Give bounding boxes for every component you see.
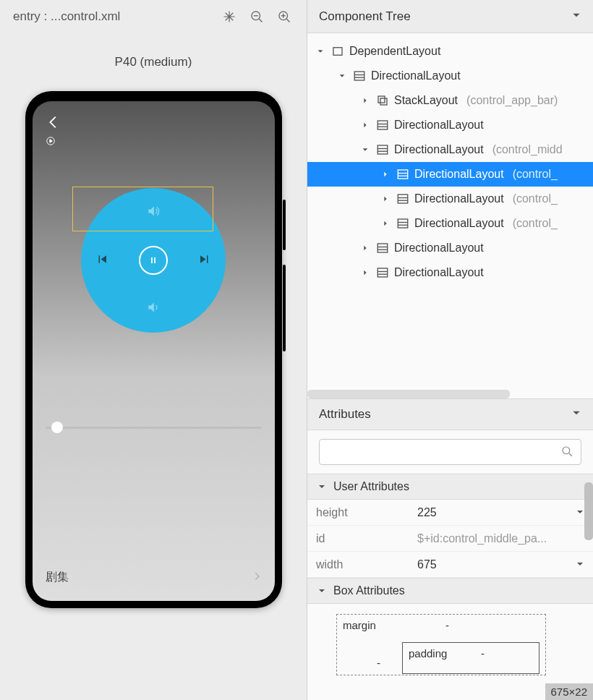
zoom-out-icon[interactable] [247, 7, 266, 26]
attribute-row[interactable]: height225 [307, 500, 593, 526]
tree-expand-icon[interactable] [359, 244, 371, 252]
tree-node[interactable]: DirectionalLayout(control_midd [307, 137, 593, 162]
svg-line-4 [286, 19, 289, 22]
layout-icon [330, 45, 345, 58]
svg-rect-14 [378, 96, 385, 103]
collapse-icon[interactable] [571, 9, 581, 24]
tree-node[interactable]: StackLayout(control_app_bar) [307, 88, 593, 113]
padding-top-value: - [481, 647, 485, 660]
tree-expand-icon[interactable] [380, 171, 391, 178]
tree-node-id: (control_ [513, 192, 558, 205]
tree-node[interactable]: DirectionalLayout [307, 260, 593, 285]
component-tree[interactable]: DependentLayoutDirectionalLayoutStackLay… [307, 33, 593, 398]
tree-node[interactable]: DirectionalLayout(control_ [307, 211, 593, 236]
phone-preview: 剧集 [0, 91, 307, 700]
tree-expand-icon[interactable] [380, 195, 391, 202]
chevron-down-icon[interactable] [576, 506, 584, 519]
volume-up-icon[interactable] [146, 204, 161, 221]
search-icon [560, 445, 573, 460]
vertical-scrollbar[interactable] [584, 482, 593, 540]
box-attributes-label: Box Attributes [333, 584, 405, 597]
tree-expand-icon[interactable] [359, 121, 371, 129]
tree-expand-icon[interactable] [359, 269, 371, 276]
svg-rect-15 [380, 98, 387, 105]
phone-side-button [283, 265, 286, 351]
back-arrow-icon[interactable] [46, 114, 61, 132]
svg-rect-9 [154, 257, 155, 263]
tree-node-label: DirectionalLayout [414, 217, 504, 230]
padding-box[interactable]: padding - [402, 642, 539, 674]
attribute-row[interactable]: width675 [307, 552, 593, 578]
padding-label: padding [409, 647, 447, 660]
zoom-in-icon[interactable] [275, 7, 294, 26]
chevron-down-icon[interactable] [576, 558, 584, 571]
next-icon[interactable] [198, 253, 211, 268]
attributes-header[interactable]: Attributes [307, 398, 593, 430]
svg-rect-28 [398, 219, 408, 228]
tree-node[interactable]: DirectionalLayout [307, 236, 593, 260]
tree-node-id: (control_app_bar) [466, 94, 558, 107]
svg-point-37 [563, 447, 570, 454]
tree-node-label: DirectionalLayout [414, 168, 504, 181]
tree-node[interactable]: DirectionalLayout [307, 113, 593, 137]
pause-icon[interactable] [139, 246, 168, 275]
volume-down-icon[interactable] [146, 300, 161, 317]
component-tree-title: Component Tree [319, 9, 411, 24]
slider-thumb[interactable] [51, 422, 63, 433]
inspector-panel: Component Tree DependentLayoutDirectiona… [307, 0, 593, 700]
svg-rect-10 [333, 48, 342, 56]
tree-node-label: DirectionalLayout [394, 266, 484, 279]
phone-screen[interactable]: 剧集 [33, 101, 275, 601]
layout-icon [375, 242, 390, 255]
attribute-key: height [316, 506, 417, 519]
tree-node-label: DirectionalLayout [394, 119, 484, 132]
chevron-down-icon [317, 586, 326, 595]
tree-node-label: DirectionalLayout [394, 143, 484, 156]
tree-expand-icon[interactable] [359, 146, 371, 153]
layout-icon [352, 69, 367, 82]
svg-line-1 [259, 19, 262, 22]
snowflake-icon[interactable] [220, 7, 239, 26]
attribute-value[interactable]: 675 [417, 558, 576, 571]
tree-node[interactable]: DirectionalLayout(control_ [307, 187, 593, 211]
tree-node[interactable]: DirectionalLayout(control_ [307, 162, 593, 187]
chevron-right-icon [252, 571, 262, 584]
attribute-value[interactable]: 225 [417, 506, 576, 519]
tree-node-id: (control_ [513, 217, 558, 230]
user-attributes-section[interactable]: User Attributes [307, 474, 593, 500]
attribute-row[interactable]: id$+id:control_middle_pa... [307, 526, 593, 552]
horizontal-scrollbar[interactable] [307, 390, 510, 398]
attribute-value[interactable]: $+id:control_middle_pa... [417, 532, 584, 545]
collapse-icon[interactable] [571, 407, 581, 422]
margin-box[interactable]: margin - - padding - [336, 614, 546, 675]
tree-expand-icon[interactable] [359, 97, 371, 104]
attributes-body: User Attributes height225id$+id:control_… [307, 430, 593, 700]
component-tree-header[interactable]: Component Tree [307, 0, 593, 33]
tree-node[interactable]: DependentLayout [307, 39, 593, 64]
tree-node-label: DependentLayout [349, 45, 440, 58]
svg-rect-8 [151, 257, 153, 263]
tree-expand-icon[interactable] [380, 220, 391, 227]
tree-node-label: DirectionalLayout [371, 69, 461, 82]
episodes-row[interactable]: 剧集 [46, 570, 262, 585]
preview-toolbar: entry : ...control.xml [0, 0, 307, 33]
file-title: entry : ...control.xml [13, 9, 211, 24]
attributes-search-input[interactable] [319, 439, 581, 465]
box-model-diagram: margin - - padding - [336, 614, 564, 686]
tree-expand-icon[interactable] [315, 48, 326, 55]
layout-icon [396, 192, 410, 205]
control-wheel[interactable] [81, 188, 226, 333]
margin-label: margin [343, 619, 376, 631]
layout-icon [396, 217, 410, 230]
tree-expand-icon[interactable] [336, 72, 348, 80]
svg-rect-25 [398, 195, 408, 203]
phone-frame: 剧集 [25, 91, 282, 608]
play-ring-icon[interactable] [46, 136, 56, 148]
progress-slider[interactable] [46, 427, 262, 429]
tree-node[interactable]: DirectionalLayout [307, 64, 593, 88]
device-label: P40 (medium) [0, 55, 307, 69]
box-attributes-section[interactable]: Box Attributes [307, 578, 593, 604]
previous-icon[interactable] [95, 253, 108, 268]
margin-top-value: - [445, 619, 449, 631]
attribute-key: id [316, 532, 417, 545]
